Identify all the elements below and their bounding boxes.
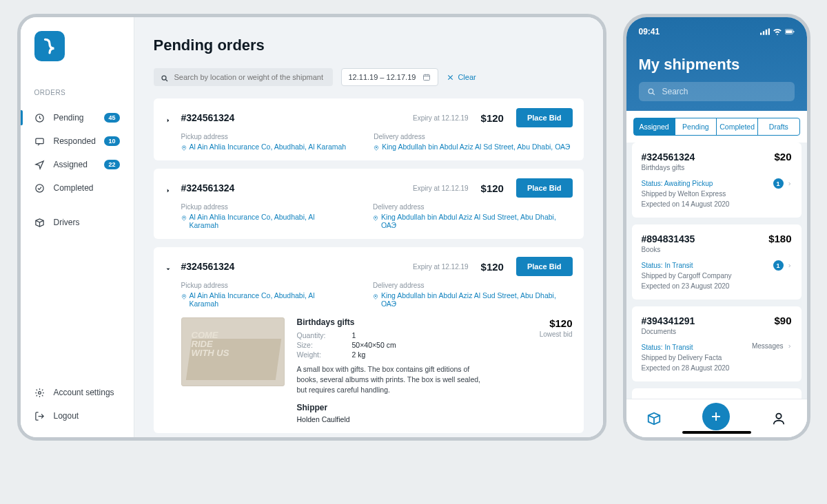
logout-icon (34, 410, 45, 421)
shipments-tab-icon[interactable] (646, 411, 662, 426)
svg-point-2 (36, 184, 43, 191)
filter-bar: 12.11.19 – 12.17.19 Clear (154, 68, 584, 86)
place-bid-button[interactable]: Place Bid (516, 108, 573, 127)
shipment-price: $20 (774, 151, 791, 162)
shipment-title: Birthdays gifts (297, 317, 527, 327)
svg-point-22 (776, 413, 781, 418)
expand-toggle-icon[interactable] (165, 263, 172, 270)
chevron-right-icon (787, 262, 792, 269)
order-price: $120 (481, 261, 504, 273)
shipment-id: #394341291 (642, 315, 695, 326)
location-pin-icon (373, 293, 378, 298)
svg-point-10 (183, 295, 185, 297)
shipment-action[interactable]: Messages (752, 342, 792, 350)
svg-rect-19 (786, 30, 792, 34)
calendar-icon (422, 73, 431, 81)
delivery-address[interactable]: King Abdullah bin Abdul Aziz Al Sud Stre… (373, 291, 573, 308)
chevron-right-icon (787, 343, 792, 350)
pickup-address[interactable]: Al Ain Ahlia Incurance Co, Abudhabi, Al … (181, 143, 347, 151)
sidebar-item-label: Pending (54, 113, 84, 123)
search-input-container[interactable] (154, 68, 333, 86)
sidebar-item-responded[interactable]: Responded 10 (21, 129, 134, 153)
svg-rect-20 (793, 31, 794, 32)
shipment-card[interactable]: #324561324$20Birthdays giftsStatus: Awai… (632, 143, 802, 218)
order-price: $120 (481, 112, 504, 124)
quantity-value: 1 (352, 331, 356, 339)
delivery-label: Delivery address (373, 282, 573, 289)
chevron-right-icon (787, 180, 792, 187)
shipment-list[interactable]: #324561324$20Birthdays giftsStatus: Awai… (626, 143, 807, 437)
sidebar-badge: 45 (104, 113, 119, 123)
pickup-label: Pickup address (181, 282, 345, 289)
svg-point-11 (375, 295, 376, 297)
svg-rect-17 (768, 28, 769, 34)
sidebar-item-completed[interactable]: Completed (21, 176, 134, 200)
shipment-carrier: Shipped by Cargoff Company (642, 271, 732, 281)
sidebar-badge: 10 (104, 136, 119, 146)
sidebar-item-logout[interactable]: Logout (21, 404, 134, 428)
battery-icon (785, 28, 795, 35)
shipment-eta: Expected on 28 August 2020 (642, 363, 730, 373)
svg-point-8 (183, 217, 185, 218)
order-expiry: Expiry at 12.12.19 (413, 114, 469, 122)
sidebar-item-label: Assigned (54, 160, 88, 169)
date-range-picker[interactable]: 12.11.19 – 12.17.19 (341, 68, 439, 86)
tab-assigned[interactable]: Assigned (634, 118, 675, 135)
svg-rect-14 (760, 33, 762, 35)
search-icon (647, 87, 656, 96)
wifi-icon (773, 28, 782, 35)
pickup-address[interactable]: Al Ain Ahlia Incurance Co, Abudhabi, Al … (181, 291, 345, 308)
signal-icon (760, 28, 770, 35)
location-pin-icon (374, 144, 379, 149)
size-label: Size: (297, 341, 331, 349)
order-card: #324561324Expiry at 12.12.19$120Place Bi… (154, 247, 584, 433)
tab-pending[interactable]: Pending (675, 118, 717, 135)
main-content: Pending orders 12.11.19 – 12.17.19 Clear… (134, 17, 603, 437)
place-bid-button[interactable]: Place Bid (516, 257, 573, 276)
pickup-label: Pickup address (181, 133, 347, 140)
svg-rect-1 (36, 138, 43, 144)
order-id: #324561324 (181, 112, 235, 123)
shipment-card[interactable]: #394341291$90DocumentsStatus: In Transit… (632, 306, 802, 381)
weight-label: Weight: (297, 350, 331, 359)
tab-completed[interactable]: Completed (717, 118, 758, 135)
phone-search-input[interactable]: Search (639, 82, 795, 101)
sidebar-item-pending[interactable]: Pending 45 (21, 106, 134, 129)
delivery-address[interactable]: King Abdullah bin Abdul Aziz Al Sud Stre… (373, 213, 573, 229)
search-input[interactable] (174, 73, 326, 81)
shipment-status: Status: Awaiting Pickup (642, 178, 730, 189)
shipment-price: $90 (774, 315, 791, 326)
svg-point-7 (376, 147, 377, 148)
sidebar-item-assigned[interactable]: Assigned 22 (21, 153, 134, 176)
segmented-control: Assigned Pending Completed Drafts (633, 118, 800, 136)
tablet-device: ORDERS Pending 45 Responded 10 Assigned … (17, 14, 606, 441)
delivery-address[interactable]: King Abdullah bin Abdul Aziz Al Sd Stree… (374, 143, 570, 151)
notification-badge: 1 (773, 260, 784, 271)
expand-toggle-icon[interactable] (165, 185, 172, 191)
shipment-status: Status: In Transit (642, 342, 730, 353)
phone-title: My shipments (639, 56, 795, 74)
sidebar: ORDERS Pending 45 Responded 10 Assigned … (21, 17, 134, 437)
sidebar-item-label: Account settings (54, 388, 114, 397)
svg-point-3 (39, 391, 41, 394)
clock-icon (34, 112, 45, 123)
pickup-address[interactable]: Al Ain Ahlia Incurance Co, Abudhabi, Al … (181, 213, 345, 229)
search-icon (161, 73, 169, 81)
shipment-subtitle: Documents (642, 328, 792, 335)
check-circle-icon (34, 182, 45, 193)
sidebar-item-label: Logout (54, 411, 79, 421)
shipment-status: Status: In Transit (642, 260, 732, 271)
shipment-action[interactable]: 1 (773, 178, 792, 189)
profile-tab-icon[interactable] (771, 411, 786, 426)
sidebar-item-settings[interactable]: Account settings (21, 381, 134, 404)
shipment-card[interactable]: #894831435$180BooksStatus: In TransitShi… (632, 224, 802, 300)
place-bid-button[interactable]: Place Bid (516, 178, 573, 198)
shipper-label: Shipper (297, 403, 527, 412)
sidebar-item-drivers[interactable]: Drivers (21, 211, 134, 234)
add-button[interactable] (702, 403, 730, 430)
shipment-action[interactable]: 1 (773, 260, 792, 271)
tab-drafts[interactable]: Drafts (758, 118, 799, 135)
clear-button[interactable]: Clear (447, 73, 476, 81)
sidebar-item-label: Completed (54, 183, 94, 193)
expand-toggle-icon[interactable] (165, 114, 172, 121)
